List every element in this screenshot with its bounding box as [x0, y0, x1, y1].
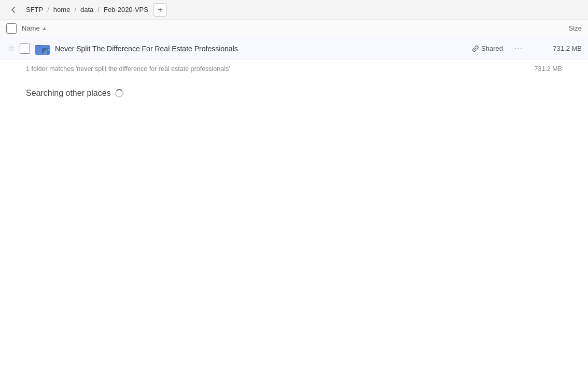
file-size: 731.2 MB	[530, 45, 582, 52]
row-checkbox[interactable]	[20, 44, 30, 54]
breadcrumb-sep-1: /	[46, 6, 50, 13]
breadcrumb-data[interactable]: data	[77, 5, 96, 15]
svg-text:🔗: 🔗	[44, 48, 50, 54]
breadcrumb-bar: SFTP / home / data / Feb-2020-VPS +	[0, 0, 588, 20]
breadcrumb-sftp[interactable]: SFTP	[23, 5, 46, 15]
sort-icon: ▲	[42, 25, 47, 31]
size-column-header: Size	[530, 24, 582, 32]
breadcrumb-home[interactable]: home	[50, 5, 74, 15]
loading-spinner	[115, 89, 123, 97]
add-tab-button[interactable]: +	[153, 3, 167, 17]
breadcrumb-feb-2020-vps[interactable]: Feb-2020-VPS	[101, 5, 151, 15]
back-button[interactable]	[6, 3, 21, 17]
column-header-row: Name ▲ Size	[0, 20, 588, 37]
link-icon	[472, 45, 479, 52]
select-all-checkbox[interactable]	[6, 23, 17, 34]
breadcrumb-sep-2: /	[73, 6, 77, 13]
match-text: 1 folder matches 'never split the differ…	[26, 65, 230, 73]
searching-section: Searching other places	[0, 78, 588, 103]
file-name: Never Split The Difference For Real Esta…	[55, 45, 472, 53]
folder-icon: 🔗	[34, 40, 51, 57]
searching-title: Searching other places	[26, 89, 562, 98]
breadcrumb-sep-3: /	[96, 6, 101, 13]
more-options-button[interactable]: ···	[511, 41, 526, 56]
shared-badge: Shared	[472, 45, 503, 52]
name-column-header[interactable]: Name ▲	[22, 24, 530, 32]
star-icon[interactable]	[6, 44, 17, 54]
match-info-row: 1 folder matches 'never split the differ…	[0, 60, 588, 78]
file-row[interactable]: 🔗 Never Split The Difference For Real Es…	[0, 37, 588, 60]
match-size: 731.2 MB	[534, 65, 562, 73]
